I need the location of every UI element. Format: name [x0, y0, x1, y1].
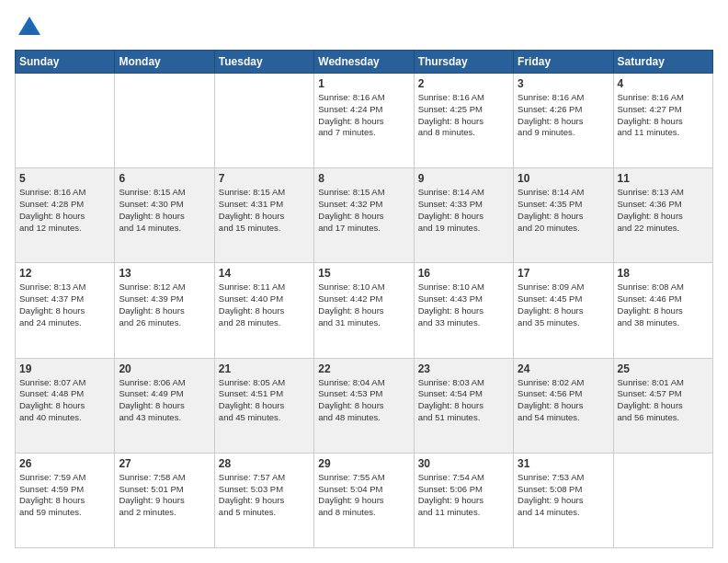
calendar-cell: 15Sunrise: 8:10 AM Sunset: 4:42 PM Dayli…: [314, 263, 414, 358]
calendar-cell: 7Sunrise: 8:15 AM Sunset: 4:31 PM Daylig…: [214, 168, 313, 263]
day-number: 20: [119, 362, 210, 375]
day-number: 26: [19, 457, 110, 470]
day-number: 9: [418, 172, 509, 185]
day-info: Sunrise: 8:16 AM Sunset: 4:25 PM Dayligh…: [418, 92, 509, 139]
day-number: 24: [518, 362, 609, 375]
day-info: Sunrise: 8:07 AM Sunset: 4:48 PM Dayligh…: [19, 377, 110, 424]
day-number: 19: [19, 362, 110, 375]
day-info: Sunrise: 7:54 AM Sunset: 5:06 PM Dayligh…: [418, 472, 509, 519]
day-info: Sunrise: 7:58 AM Sunset: 5:01 PM Dayligh…: [119, 472, 210, 519]
weekday-header: Saturday: [613, 51, 712, 74]
day-number: 4: [618, 77, 709, 90]
calendar-cell: 4Sunrise: 8:16 AM Sunset: 4:27 PM Daylig…: [613, 74, 712, 168]
day-number: 7: [219, 172, 310, 185]
calendar-cell: 24Sunrise: 8:02 AM Sunset: 4:56 PM Dayli…: [514, 358, 613, 453]
day-info: Sunrise: 8:16 AM Sunset: 4:27 PM Dayligh…: [618, 92, 709, 139]
day-info: Sunrise: 8:16 AM Sunset: 4:24 PM Dayligh…: [318, 92, 409, 139]
calendar-cell: 26Sunrise: 7:59 AM Sunset: 4:59 PM Dayli…: [16, 453, 115, 547]
calendar-week-row: 1Sunrise: 8:16 AM Sunset: 4:24 PM Daylig…: [16, 74, 713, 168]
calendar-week-row: 19Sunrise: 8:07 AM Sunset: 4:48 PM Dayli…: [16, 358, 713, 453]
day-info: Sunrise: 8:15 AM Sunset: 4:32 PM Dayligh…: [318, 187, 409, 234]
weekday-header-row: SundayMondayTuesdayWednesdayThursdayFrid…: [16, 51, 713, 74]
day-info: Sunrise: 8:06 AM Sunset: 4:49 PM Dayligh…: [119, 377, 210, 424]
calendar-cell: 25Sunrise: 8:01 AM Sunset: 4:57 PM Dayli…: [613, 358, 712, 453]
day-number: 27: [119, 457, 210, 470]
calendar-cell: 28Sunrise: 7:57 AM Sunset: 5:03 PM Dayli…: [214, 453, 313, 547]
day-info: Sunrise: 7:55 AM Sunset: 5:04 PM Dayligh…: [318, 472, 409, 519]
day-info: Sunrise: 8:14 AM Sunset: 4:33 PM Dayligh…: [418, 187, 509, 234]
calendar-cell: 21Sunrise: 8:05 AM Sunset: 4:51 PM Dayli…: [214, 358, 313, 453]
day-info: Sunrise: 8:12 AM Sunset: 4:39 PM Dayligh…: [119, 282, 210, 328]
calendar-cell: [16, 74, 115, 168]
day-info: Sunrise: 8:10 AM Sunset: 4:42 PM Dayligh…: [318, 282, 409, 328]
calendar-cell: 27Sunrise: 7:58 AM Sunset: 5:01 PM Dayli…: [115, 453, 214, 547]
day-number: 5: [19, 172, 110, 185]
day-info: Sunrise: 8:11 AM Sunset: 4:40 PM Dayligh…: [219, 282, 310, 328]
day-info: Sunrise: 8:15 AM Sunset: 4:30 PM Dayligh…: [119, 187, 210, 234]
day-info: Sunrise: 7:53 AM Sunset: 5:08 PM Dayligh…: [518, 472, 609, 519]
calendar-cell: 9Sunrise: 8:14 AM Sunset: 4:33 PM Daylig…: [414, 168, 513, 263]
weekday-header: Friday: [514, 51, 613, 74]
page: SundayMondayTuesdayWednesdayThursdayFrid…: [0, 0, 728, 563]
day-number: 12: [19, 267, 110, 280]
day-info: Sunrise: 8:16 AM Sunset: 4:28 PM Dayligh…: [19, 187, 110, 234]
day-info: Sunrise: 8:02 AM Sunset: 4:56 PM Dayligh…: [518, 377, 609, 424]
calendar-cell: [115, 74, 214, 168]
day-number: 23: [418, 362, 509, 375]
calendar-cell: 29Sunrise: 7:55 AM Sunset: 5:04 PM Dayli…: [314, 453, 414, 547]
day-number: 15: [318, 267, 409, 280]
day-number: 25: [618, 362, 709, 375]
day-info: Sunrise: 8:16 AM Sunset: 4:26 PM Dayligh…: [518, 92, 609, 139]
day-info: Sunrise: 8:04 AM Sunset: 4:53 PM Dayligh…: [318, 377, 409, 424]
day-number: 22: [318, 362, 409, 375]
day-number: 16: [418, 267, 509, 280]
day-info: Sunrise: 8:14 AM Sunset: 4:35 PM Dayligh…: [518, 187, 609, 234]
day-number: 21: [219, 362, 310, 375]
day-number: 31: [518, 457, 609, 470]
calendar-table: SundayMondayTuesdayWednesdayThursdayFrid…: [15, 50, 713, 548]
calendar-cell: 31Sunrise: 7:53 AM Sunset: 5:08 PM Dayli…: [514, 453, 613, 547]
calendar-cell: 20Sunrise: 8:06 AM Sunset: 4:49 PM Dayli…: [115, 358, 214, 453]
calendar-week-row: 5Sunrise: 8:16 AM Sunset: 4:28 PM Daylig…: [16, 168, 713, 263]
day-info: Sunrise: 8:08 AM Sunset: 4:46 PM Dayligh…: [618, 282, 709, 328]
weekday-header: Wednesday: [314, 51, 414, 74]
day-info: Sunrise: 8:10 AM Sunset: 4:43 PM Dayligh…: [418, 282, 509, 328]
day-info: Sunrise: 7:57 AM Sunset: 5:03 PM Dayligh…: [219, 472, 310, 519]
day-number: 13: [119, 267, 210, 280]
calendar-cell: 10Sunrise: 8:14 AM Sunset: 4:35 PM Dayli…: [514, 168, 613, 263]
header: [15, 15, 713, 40]
day-info: Sunrise: 8:01 AM Sunset: 4:57 PM Dayligh…: [618, 377, 709, 424]
day-number: 11: [618, 172, 709, 185]
day-info: Sunrise: 8:13 AM Sunset: 4:37 PM Dayligh…: [19, 282, 110, 328]
weekday-header: Sunday: [16, 51, 115, 74]
day-number: 17: [518, 267, 609, 280]
calendar-cell: 16Sunrise: 8:10 AM Sunset: 4:43 PM Dayli…: [414, 263, 513, 358]
calendar-cell: 18Sunrise: 8:08 AM Sunset: 4:46 PM Dayli…: [613, 263, 712, 358]
calendar-cell: 8Sunrise: 8:15 AM Sunset: 4:32 PM Daylig…: [314, 168, 414, 263]
day-info: Sunrise: 8:03 AM Sunset: 4:54 PM Dayligh…: [418, 377, 509, 424]
calendar-cell: [613, 453, 712, 547]
calendar-cell: 5Sunrise: 8:16 AM Sunset: 4:28 PM Daylig…: [16, 168, 115, 263]
day-info: Sunrise: 8:09 AM Sunset: 4:45 PM Dayligh…: [518, 282, 609, 328]
calendar-cell: 11Sunrise: 8:13 AM Sunset: 4:36 PM Dayli…: [613, 168, 712, 263]
calendar-cell: 30Sunrise: 7:54 AM Sunset: 5:06 PM Dayli…: [414, 453, 513, 547]
weekday-header: Thursday: [414, 51, 513, 74]
calendar-cell: 1Sunrise: 8:16 AM Sunset: 4:24 PM Daylig…: [314, 74, 414, 168]
day-info: Sunrise: 8:15 AM Sunset: 4:31 PM Dayligh…: [219, 187, 310, 234]
calendar-cell: 12Sunrise: 8:13 AM Sunset: 4:37 PM Dayli…: [16, 263, 115, 358]
day-number: 10: [518, 172, 609, 185]
logo-icon: [17, 15, 42, 40]
calendar-cell: 23Sunrise: 8:03 AM Sunset: 4:54 PM Dayli…: [414, 358, 513, 453]
weekday-header: Monday: [115, 51, 214, 74]
calendar-cell: 17Sunrise: 8:09 AM Sunset: 4:45 PM Dayli…: [514, 263, 613, 358]
calendar-cell: [214, 74, 313, 168]
calendar-cell: 2Sunrise: 8:16 AM Sunset: 4:25 PM Daylig…: [414, 74, 513, 168]
day-info: Sunrise: 7:59 AM Sunset: 4:59 PM Dayligh…: [19, 472, 110, 519]
calendar-cell: 6Sunrise: 8:15 AM Sunset: 4:30 PM Daylig…: [115, 168, 214, 263]
calendar-week-row: 12Sunrise: 8:13 AM Sunset: 4:37 PM Dayli…: [16, 263, 713, 358]
calendar-cell: 14Sunrise: 8:11 AM Sunset: 4:40 PM Dayli…: [214, 263, 313, 358]
calendar-cell: 3Sunrise: 8:16 AM Sunset: 4:26 PM Daylig…: [514, 74, 613, 168]
day-number: 28: [219, 457, 310, 470]
calendar-cell: 22Sunrise: 8:04 AM Sunset: 4:53 PM Dayli…: [314, 358, 414, 453]
day-number: 29: [318, 457, 409, 470]
